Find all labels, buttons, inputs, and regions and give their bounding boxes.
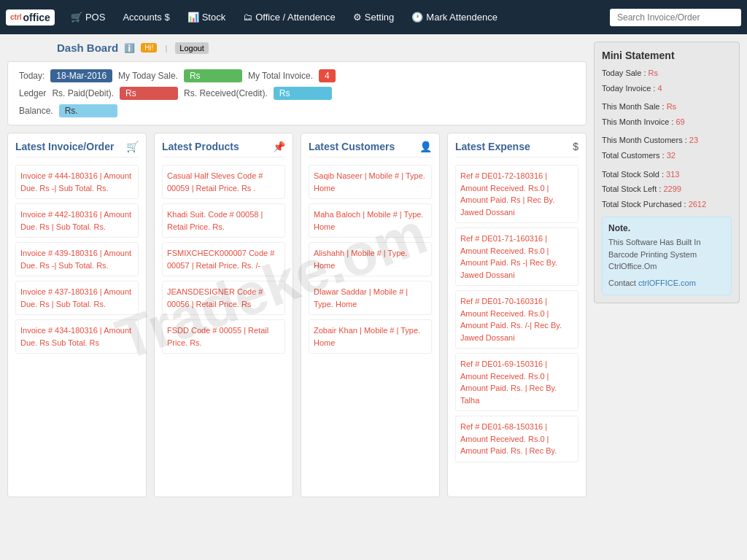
list-item[interactable]: FSDD Code # 00055 | Retail Price. Rs.: [162, 319, 285, 354]
logo: ctrl office: [6, 9, 55, 26]
balance-label: Balance.: [19, 106, 53, 116]
sale-value: Rs: [184, 69, 242, 82]
list-item[interactable]: Khadi Suit. Code # 00058 | Retail Price.…: [162, 203, 285, 238]
mini-statement: Mini Statement Today Sale : Rs Today Inv…: [594, 42, 740, 303]
list-item[interactable]: Ref # DE01-71-160316 | Amount Received. …: [455, 228, 578, 286]
list-item[interactable]: Dlawar Saddar | Mobile # | Type. Home: [309, 281, 432, 315]
main-nav: ctrl office 🛒 POS Accounts $ 📊 Stock 🗂 O…: [0, 0, 747, 34]
person-icon: 👤: [419, 141, 432, 152]
contact-link[interactable]: ctrlOFFICE.com: [638, 279, 696, 287]
latest-customers-panel: Latest Customers 👤 Saqib Naseer | Mobile…: [301, 133, 440, 497]
info-row-1: Today: 18-Mar-2016 My Today Sale. Rs My …: [19, 69, 575, 82]
right-panel: Mini Statement Today Sale : Rs Today Inv…: [594, 42, 740, 497]
clock-icon: 🕐: [411, 12, 423, 23]
logo-office: office: [23, 12, 50, 23]
received-credit-label: Rs. Received(Credit).: [184, 88, 268, 98]
mini-today-sale: Today Sale : Rs: [602, 67, 732, 80]
received-value: Rs: [274, 87, 332, 100]
mini-stock-left: Total Stock Left : 2299: [602, 183, 732, 196]
today-label: Today:: [19, 71, 44, 81]
list-item[interactable]: Invoice # 437-180316 | Amount Due. Rs | …: [15, 281, 139, 315]
mini-today-section: Today Sale : Rs Today Invoice : 4: [602, 67, 732, 95]
cart-icon: 🛒: [126, 141, 139, 152]
list-item[interactable]: Invoice # 434-180316 | Amount Due. Rs Su…: [15, 319, 139, 354]
mini-month-customers: This Month Customers : 23: [602, 134, 732, 147]
list-item[interactable]: JEANSDESIGNER Code # 00056 | Retail Pric…: [162, 281, 285, 315]
pin-icon: 📌: [273, 141, 285, 152]
expense-panel-title: Latest Expense: [455, 141, 530, 152]
invoice-panel-title: Latest Invoice/Order: [15, 141, 114, 152]
note-text: This Software Has Built In Barcode Print…: [608, 236, 725, 273]
dashboard-header: Dash Board ℹ️ Hi! | Logout: [7, 42, 587, 54]
info-bar: Today: 18-Mar-2016 My Today Sale. Rs My …: [7, 61, 587, 125]
mini-total-customers: Total Customers : 32: [602, 149, 732, 163]
paid-debit-label: Rs. Paid(Debit).: [52, 88, 114, 98]
nav-stock[interactable]: 📊 Stock: [180, 7, 233, 27]
hi-badge: Hi!: [141, 43, 157, 52]
nav-accounts[interactable]: Accounts $: [115, 7, 177, 27]
list-item[interactable]: Ref # DE01-70-160316 | Amount Received. …: [455, 290, 578, 349]
ledger-label: Ledger: [19, 88, 46, 98]
logo-ctrl: ctrl: [10, 13, 22, 21]
mini-today-invoice: Today Invoice : 4: [602, 82, 732, 96]
list-item[interactable]: Ref # DE01-72-180316 | Amount Received. …: [455, 165, 578, 223]
list-item[interactable]: Casual Half Sleves Code # 00059 | Retail…: [162, 165, 285, 199]
search-input[interactable]: [610, 9, 741, 26]
list-item[interactable]: Saqib Naseer | Mobile # | Type. Home: [309, 165, 432, 199]
products-panel-title: Latest Products: [162, 141, 239, 152]
invoice-count: 4: [319, 69, 336, 82]
panels-grid: Latest Invoice/Order 🛒 Invoice # 444-180…: [7, 133, 587, 497]
paid-value: Rs: [120, 87, 178, 100]
mini-stock-section: Total Stock Sold : 313 Total Stock Left …: [602, 168, 732, 211]
mini-customers-section: This Month Customers : 23 Total Customer…: [602, 134, 732, 162]
customers-panel-title: Latest Customers: [309, 141, 395, 152]
list-item[interactable]: Ref # DE01-68-150316 | Amount Received. …: [455, 416, 578, 462]
list-item[interactable]: FSMIXCHECK000007 Code # 00057 | Retail P…: [162, 242, 285, 276]
nav-mark-attendence[interactable]: 🕐 Mark Attendence: [404, 7, 505, 27]
note-contact: Contact ctrlOFFICE.com: [608, 277, 725, 289]
my-total-invoice-label: My Total Invoice.: [248, 71, 313, 81]
left-panel: Dash Board ℹ️ Hi! | Logout Today: 18-Mar…: [7, 42, 587, 497]
expense-panel-header: Latest Expense $: [455, 141, 578, 158]
info-row-2: Ledger Rs. Paid(Debit). Rs Rs. Received(…: [19, 87, 575, 100]
latest-invoice-panel: Latest Invoice/Order 🛒 Invoice # 444-180…: [7, 133, 147, 497]
mini-statement-title: Mini Statement: [602, 50, 732, 61]
list-item[interactable]: Alishahh | Mobile # | Type. Home: [309, 242, 432, 276]
products-panel-header: Latest Products 📌: [162, 141, 285, 158]
invoice-panel-header: Latest Invoice/Order 🛒: [15, 141, 139, 158]
nav-setting[interactable]: ⚙ Setting: [346, 7, 401, 27]
nav-office[interactable]: 🗂 Office / Attendence: [236, 7, 343, 27]
latest-products-panel: Latest Products 📌 Casual Half Sleves Cod…: [154, 133, 293, 497]
stock-icon: 📊: [187, 12, 199, 23]
list-item[interactable]: Ref # DE01-69-150316 | Amount Received. …: [455, 353, 578, 411]
list-item[interactable]: Maha Baloch | Mobile # | Type. Home: [309, 203, 432, 238]
mini-stock-purchased: Total Stock Purchased : 2612: [602, 198, 732, 211]
list-item[interactable]: Invoice # 442-180316 | Amount Due. Rs | …: [15, 203, 139, 238]
list-item[interactable]: Invoice # 439-180316 | Amount Due. Rs -|…: [15, 242, 139, 276]
dollar-icon: $: [573, 141, 578, 152]
info-row-3: Balance. Rs.: [19, 104, 575, 117]
balance-value: Rs.: [59, 104, 117, 117]
office-icon: 🗂: [243, 12, 252, 23]
my-today-sale-label: My Today Sale.: [118, 71, 178, 81]
separator: |: [163, 44, 169, 52]
mini-month-invoice: This Month Invoice : 69: [602, 116, 732, 129]
note-box: Note. This Software Has Built In Barcode…: [602, 217, 732, 295]
list-item[interactable]: Invoice # 444-180316 | Amount Due. Rs -|…: [15, 165, 139, 199]
note-title: Note.: [608, 223, 725, 233]
nav-pos[interactable]: 🛒 POS: [63, 7, 112, 27]
logout-button[interactable]: Logout: [175, 42, 209, 54]
mini-month-section: This Month Sale : Rs This Month Invoice …: [602, 101, 732, 128]
pos-icon: 🛒: [71, 12, 82, 23]
mini-stock-sold: Total Stock Sold : 313: [602, 168, 732, 182]
list-item[interactable]: Zobair Khan | Mobile # | Type. Home: [309, 319, 432, 354]
latest-expense-panel: Latest Expense $ Ref # DE01-72-180316 | …: [447, 133, 587, 497]
info-icon: ℹ️: [124, 43, 135, 53]
page-title: Dash Board: [57, 42, 118, 54]
customers-panel-header: Latest Customers 👤: [309, 141, 432, 158]
mini-month-sale: This Month Sale : Rs: [602, 101, 732, 114]
setting-icon: ⚙: [353, 12, 362, 23]
today-date: 18-Mar-2016: [50, 69, 112, 82]
